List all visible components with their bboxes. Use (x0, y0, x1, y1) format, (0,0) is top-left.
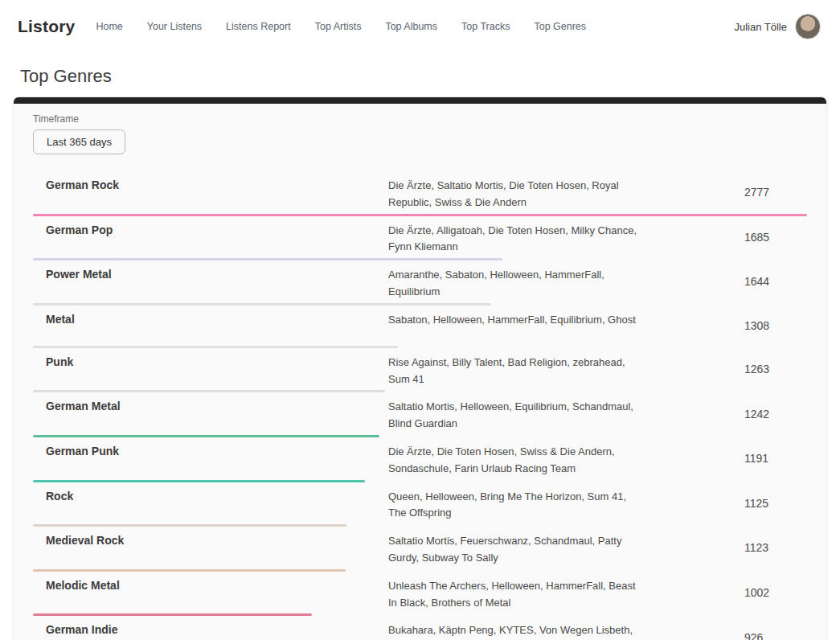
genre-row: Medieval RockSaltatio Mortis, Feuerschwa… (33, 529, 807, 574)
genre-top-artists: Rise Against, Billy Talent, Bad Religion… (388, 351, 645, 388)
timeframe-select[interactable]: Last 365 days (33, 129, 125, 154)
genre-listen-count: 1308 (744, 319, 807, 332)
genre-progress-bar (33, 346, 398, 348)
genre-name: Rock (33, 485, 388, 523)
genre-name: German Metal (33, 395, 388, 433)
card-accent-bar (14, 97, 826, 104)
genre-top-artists: Saltatio Mortis, Helloween, Equilibrium,… (388, 395, 645, 433)
user-area: Julian Tölle (734, 14, 821, 39)
genre-progress-bar (33, 258, 502, 261)
genre-progress-bar (33, 390, 385, 392)
user-avatar[interactable] (795, 14, 821, 39)
genre-top-artists: Sabaton, Helloween, HammerFall, Equilibr… (388, 308, 645, 343)
genre-top-artists: Die Ärzte, Saltatio Mortis, Die Toten Ho… (388, 174, 645, 211)
genre-name: Melodic Metal (33, 574, 388, 612)
nav-item-top-genres[interactable]: Top Genres (534, 21, 586, 32)
nav-item-listens-report[interactable]: Listens Report (226, 21, 291, 32)
genre-row: MetalSabaton, Helloween, HammerFall, Equ… (33, 308, 807, 351)
genre-progress-bar (33, 480, 365, 482)
page-title: Top Genres (20, 66, 840, 87)
genre-name: Power Metal (33, 263, 388, 301)
genre-progress-bar (33, 303, 491, 306)
genre-top-artists: Die Ärzte, Die Toten Hosen, Swiss & Die … (388, 440, 645, 478)
card-body: Timeframe Last 365 days German RockDie Ä… (14, 104, 826, 640)
genre-listen-count: 926 (744, 631, 807, 640)
genre-name: Metal (33, 308, 388, 343)
nav-item-top-tracks[interactable]: Top Tracks (461, 21, 510, 32)
genre-name: German Punk (33, 440, 388, 478)
genre-name: German Rock (33, 174, 388, 211)
genre-listen-count: 1644 (744, 275, 807, 288)
nav-item-your-listens[interactable]: Your Listens (147, 21, 202, 32)
genre-listen-count: 1242 (744, 408, 807, 421)
genre-progress-bar (33, 569, 346, 572)
timeframe-label: Timeframe (33, 113, 807, 125)
genre-row: Melodic MetalUnleash The Archers, Hellow… (33, 574, 807, 619)
genre-listen-count: 1685 (744, 231, 807, 244)
genre-name: Medieval Rock (33, 529, 388, 567)
genre-progress-bar (33, 435, 379, 437)
top-navigation-bar: Listory Home Your Listens Listens Report… (0, 0, 840, 53)
genre-name: German Pop (33, 219, 388, 256)
genre-listen-count: 1125 (744, 497, 807, 510)
genre-listen-count: 1263 (744, 363, 807, 375)
genre-top-artists: Bukahara, Käptn Peng, KYTES, Von Wegen L… (388, 618, 645, 640)
genre-progress-bar (33, 613, 312, 616)
genre-listen-count: 1002 (744, 586, 807, 599)
genre-row: PunkRise Against, Billy Talent, Bad Reli… (33, 351, 807, 396)
genre-top-artists: Unleash The Archers, Helloween, HammerFa… (388, 574, 645, 612)
genre-row: German PunkDie Ärzte, Die Toten Hosen, S… (33, 440, 807, 485)
genre-row: RockQueen, Helloween, Bring Me The Horiz… (33, 485, 807, 530)
genre-progress-bar (33, 524, 346, 527)
nav-item-home[interactable]: Home (96, 21, 122, 32)
genre-row: German RockDie Ärzte, Saltatio Mortis, D… (33, 174, 807, 219)
genre-top-artists: Amaranthe, Sabaton, Helloween, HammerFal… (388, 263, 645, 301)
nav-links: Home Your Listens Listens Report Top Art… (96, 21, 586, 32)
app-logo[interactable]: Listory (18, 17, 75, 36)
genre-name: Punk (33, 351, 388, 388)
genre-row: German IndieBukahara, Käptn Peng, KYTES,… (33, 618, 807, 640)
genre-row: German MetalSaltatio Mortis, Helloween, … (33, 395, 807, 440)
user-name: Julian Tölle (734, 21, 787, 33)
genre-name: German Indie (33, 618, 388, 640)
nav-item-top-albums[interactable]: Top Albums (385, 21, 437, 32)
genre-progress-bar (33, 214, 807, 216)
genre-listen-count: 1191 (744, 452, 807, 465)
genre-top-artists: Queen, Helloween, Bring Me The Horizon, … (388, 485, 645, 523)
genre-row: Power MetalAmaranthe, Sabaton, Helloween… (33, 263, 807, 308)
genre-row: German PopDie Ärzte, Alligatoah, Die Tot… (33, 219, 807, 264)
genre-top-artists: Saltatio Mortis, Feuerschwanz, Schandmau… (388, 529, 645, 567)
genre-top-artists: Die Ärzte, Alligatoah, Die Toten Hosen, … (388, 219, 645, 256)
top-genres-card: Timeframe Last 365 days German RockDie Ä… (13, 96, 827, 640)
genre-table: German RockDie Ärzte, Saltatio Mortis, D… (33, 174, 807, 640)
genre-listen-count: 2777 (744, 186, 807, 199)
genre-listen-count: 1123 (744, 541, 807, 554)
nav-item-top-artists[interactable]: Top Artists (315, 21, 362, 32)
